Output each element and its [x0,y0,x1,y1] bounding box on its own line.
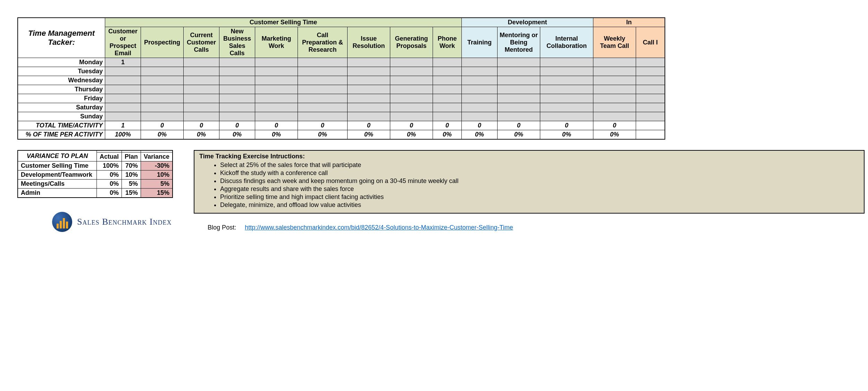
cell[interactable] [390,112,433,121]
cell[interactable] [433,67,462,76]
cell[interactable] [348,94,390,103]
cell[interactable] [184,85,219,94]
cell[interactable] [593,58,636,67]
cell[interactable] [390,58,433,67]
cell[interactable] [433,112,462,121]
cell[interactable] [540,76,593,85]
cell[interactable] [636,58,665,67]
cell[interactable] [255,85,298,94]
cell[interactable] [141,94,184,103]
cell[interactable] [105,103,141,112]
cell[interactable] [348,112,390,121]
day-label: Sunday [18,112,105,121]
cell[interactable] [105,85,141,94]
cell[interactable] [105,112,141,121]
cell[interactable] [141,76,184,85]
cell[interactable] [540,85,593,94]
cell[interactable] [636,85,665,94]
cell[interactable] [390,94,433,103]
cell[interactable] [219,76,255,85]
cell[interactable] [390,103,433,112]
cell[interactable] [593,76,636,85]
cell[interactable] [433,94,462,103]
cell[interactable] [255,112,298,121]
cell[interactable] [390,76,433,85]
cell[interactable] [255,58,298,67]
cell[interactable] [462,58,498,67]
cell[interactable] [348,103,390,112]
cell[interactable] [298,67,348,76]
cell[interactable] [255,103,298,112]
cell[interactable] [219,94,255,103]
cell[interactable] [540,58,593,67]
cell[interactable] [593,103,636,112]
cell[interactable] [298,58,348,67]
cell[interactable] [498,58,540,67]
cell[interactable] [593,67,636,76]
cell[interactable] [141,58,184,67]
cell[interactable] [498,76,540,85]
cell[interactable] [255,94,298,103]
cell[interactable] [219,67,255,76]
cell[interactable] [540,103,593,112]
cell[interactable] [462,76,498,85]
cell[interactable] [141,112,184,121]
cell[interactable] [184,76,219,85]
cell[interactable] [462,112,498,121]
cell[interactable] [433,103,462,112]
cell[interactable] [498,94,540,103]
cell[interactable] [141,67,184,76]
cell[interactable] [462,85,498,94]
cell[interactable] [141,85,184,94]
cell[interactable] [298,94,348,103]
cell[interactable] [298,76,348,85]
cell[interactable] [219,85,255,94]
cell[interactable] [348,85,390,94]
cell[interactable] [636,67,665,76]
cell[interactable] [255,67,298,76]
cell[interactable] [498,85,540,94]
cell[interactable] [540,94,593,103]
cell[interactable] [636,103,665,112]
cell[interactable] [593,94,636,103]
cell[interactable] [498,67,540,76]
cell[interactable] [390,85,433,94]
cell-monday-c0[interactable]: 1 [105,58,141,67]
cell[interactable] [219,58,255,67]
cell[interactable] [184,58,219,67]
cell[interactable] [219,112,255,121]
blog-link[interactable]: http://www.salesbenchmarkindex.com/bid/8… [245,224,513,231]
cell[interactable] [105,94,141,103]
cell[interactable] [390,67,433,76]
cell[interactable] [298,103,348,112]
cell[interactable] [462,103,498,112]
cell[interactable] [498,112,540,121]
cell[interactable] [433,85,462,94]
cell[interactable] [636,76,665,85]
cell[interactable] [255,76,298,85]
cell[interactable] [462,94,498,103]
cell[interactable] [184,112,219,121]
cell[interactable] [184,94,219,103]
cell[interactable] [540,67,593,76]
cell[interactable] [219,103,255,112]
cell[interactable] [636,112,665,121]
cell[interactable] [184,67,219,76]
cell[interactable] [433,76,462,85]
cell[interactable] [184,103,219,112]
cell[interactable] [298,112,348,121]
cell[interactable] [298,85,348,94]
cell[interactable] [348,67,390,76]
cell[interactable] [141,103,184,112]
cell[interactable] [498,103,540,112]
cell[interactable] [105,76,141,85]
cell[interactable] [540,112,593,121]
cell[interactable] [593,85,636,94]
cell[interactable] [462,67,498,76]
cell[interactable] [433,58,462,67]
cell[interactable] [636,94,665,103]
cell[interactable] [105,67,141,76]
cell[interactable] [593,112,636,121]
cell[interactable] [348,58,390,67]
cell[interactable] [348,76,390,85]
